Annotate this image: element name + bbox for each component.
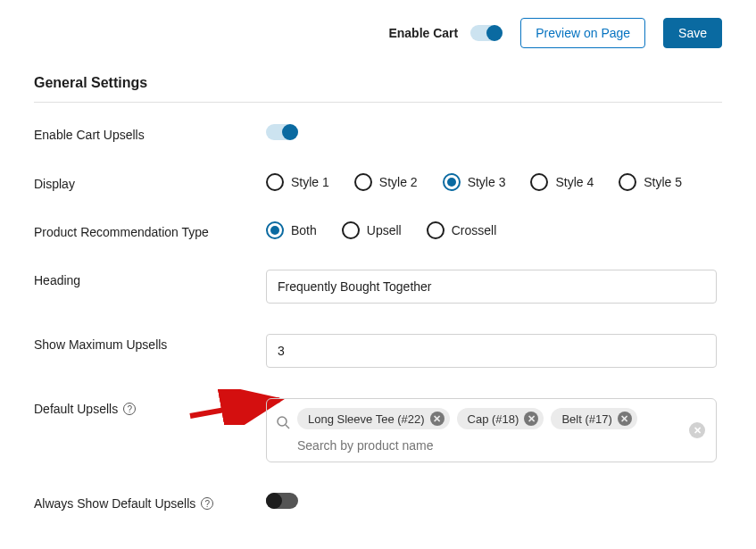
enable-cart-label: Enable Cart (388, 26, 458, 40)
default-upsells-label: Default Upsells (34, 402, 118, 416)
enable-upsells-toggle[interactable] (266, 124, 298, 140)
enable-upsells-label: Enable Cart Upsells (34, 124, 266, 142)
tag-search-input[interactable] (297, 438, 680, 453)
field-always-show: Always Show Default Upsells ? (34, 493, 722, 512)
heading-input[interactable] (266, 270, 717, 304)
display-option-style2[interactable]: Style 2 (354, 173, 418, 191)
always-show-toggle[interactable] (266, 493, 298, 509)
field-recommendation-type: Product Recommendation Type Both Upsell … (34, 221, 722, 239)
section-title: General Settings (34, 75, 722, 103)
tag-item: Long Sleeve Tee (#22)✕ (297, 408, 450, 429)
display-option-style3[interactable]: Style 3 (443, 173, 506, 191)
display-option-style4[interactable]: Style 4 (530, 173, 594, 191)
save-button[interactable]: Save (663, 18, 722, 48)
field-heading: Heading (34, 270, 722, 304)
max-upsells-label: Show Maximum Upsells (34, 334, 266, 352)
recommendation-type-radio-group: Both Upsell Crossell (266, 221, 722, 239)
field-max-upsells: Show Maximum Upsells (34, 334, 722, 368)
tag-item: Belt (#17)✕ (551, 408, 636, 429)
max-upsells-input[interactable] (266, 334, 717, 368)
display-radio-group: Style 1 Style 2 Style 3 Style 4 Style 5 (266, 173, 722, 191)
tag-remove-icon[interactable]: ✕ (524, 412, 538, 426)
always-show-label: Always Show Default Upsells (34, 496, 195, 511)
svg-point-2 (278, 417, 287, 426)
display-option-style5[interactable]: Style 5 (619, 173, 682, 191)
heading-label: Heading (34, 270, 266, 287)
help-icon[interactable]: ? (201, 497, 213, 510)
enable-cart-group: Enable Cart (388, 25, 503, 41)
topbar: Enable Cart Preview on Page Save (34, 18, 722, 48)
preview-button[interactable]: Preview on Page (520, 18, 645, 48)
recommendation-type-label: Product Recommendation Type (34, 221, 266, 239)
field-default-upsells: Default Upsells ? Long Sleeve Tee (#22)✕… (34, 398, 722, 462)
tag-item: Cap (#18)✕ (457, 408, 544, 429)
display-label: Display (34, 173, 266, 191)
help-icon[interactable]: ? (123, 403, 136, 415)
recommendation-option-crossell[interactable]: Crossell (427, 221, 497, 239)
field-display: Display Style 1 Style 2 Style 3 Style 4 … (34, 173, 722, 191)
tag-remove-icon[interactable]: ✕ (430, 412, 444, 426)
enable-cart-toggle[interactable] (470, 25, 503, 41)
recommendation-option-both[interactable]: Both (266, 221, 317, 239)
recommendation-option-upsell[interactable]: Upsell (342, 221, 402, 239)
clear-all-icon[interactable]: ✕ (689, 422, 705, 438)
default-upsells-input[interactable]: Long Sleeve Tee (#22)✕ Cap (#18)✕ Belt (… (266, 398, 717, 462)
search-icon (276, 415, 290, 429)
field-enable-upsells: Enable Cart Upsells (34, 124, 722, 143)
display-option-style1[interactable]: Style 1 (266, 173, 329, 191)
svg-line-3 (286, 425, 289, 428)
tag-remove-icon[interactable]: ✕ (618, 412, 632, 426)
